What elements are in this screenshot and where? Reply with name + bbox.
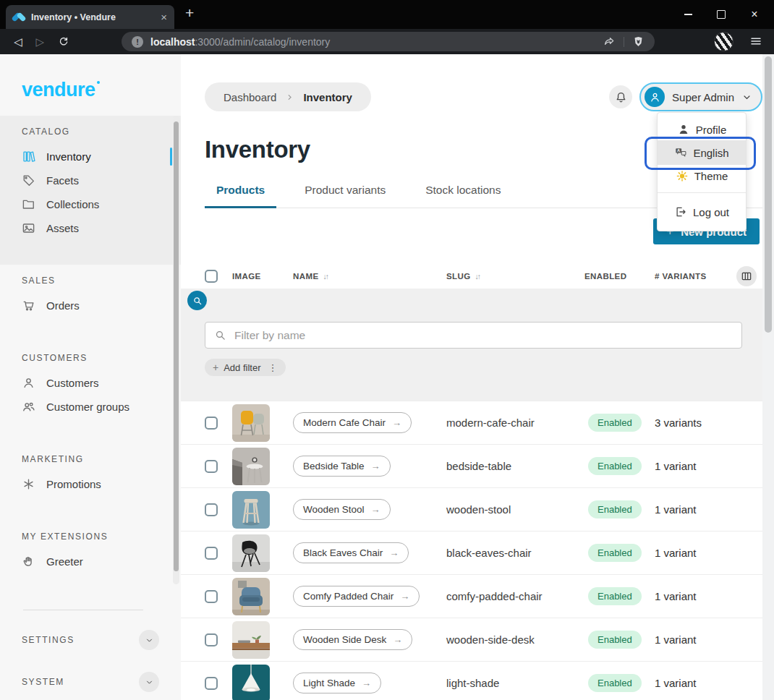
window-minimize-button[interactable] [671, 0, 705, 29]
nav-group-customers: CUSTOMERSCustomersCustomer groups [0, 342, 181, 443]
table-row[interactable]: Light Shade→light-shadeEnabled1 variant [181, 661, 774, 700]
product-name: Black Eaves Chair [303, 547, 383, 558]
page-scrollbar-thumb[interactable] [765, 56, 772, 333]
sidebar-item-promotions[interactable]: Promotions [0, 472, 181, 496]
column-header-slug[interactable]: SLUG↓↑ [446, 272, 584, 281]
expand-button[interactable] [139, 630, 159, 650]
nav-group-sales: SALESOrders [0, 265, 181, 342]
vendure-logo[interactable]: vendure [0, 54, 181, 101]
row-checkbox[interactable] [205, 633, 218, 646]
row-checkbox[interactable] [205, 547, 218, 560]
forward-button[interactable]: ▷ [36, 36, 45, 47]
product-name-link[interactable]: Comfy Padded Chair→ [293, 586, 420, 607]
product-slug: modern-cafe-chair [446, 417, 584, 429]
filter-input-wrap [205, 322, 742, 349]
sidebar-item-assets[interactable]: Assets [0, 216, 181, 240]
share-icon[interactable] [603, 35, 616, 48]
sidebar-item-customers[interactable]: Customers [0, 371, 181, 395]
sidebar-group-system[interactable]: SYSTEM [0, 670, 181, 694]
menu-item-profile[interactable]: Profile [658, 119, 746, 140]
filter-panel: + Add filter ⋮ [181, 289, 774, 401]
product-name: Light Shade [303, 678, 355, 688]
user-menu-button[interactable]: Super Admin [639, 82, 762, 111]
chevron-down-icon [145, 636, 154, 645]
row-checkbox[interactable] [205, 590, 218, 603]
notifications-button[interactable] [609, 85, 632, 108]
tab-stock-locations[interactable]: Stock locations [414, 184, 512, 208]
window-close-button[interactable]: × [738, 0, 771, 29]
row-checkbox[interactable] [205, 417, 218, 430]
filter-input[interactable] [233, 328, 733, 343]
sidebar-scrollbar[interactable] [173, 116, 179, 584]
site-info-icon[interactable]: ! [132, 36, 143, 48]
table-row[interactable]: Bedside Table→bedside-tableEnabled1 vari… [181, 444, 774, 487]
browser-tab[interactable]: Inventory • Vendure × [6, 5, 174, 29]
nav-group-label: SALES [0, 272, 181, 289]
product-name: Comfy Padded Chair [303, 591, 394, 602]
sidebar-item-collections[interactable]: Collections [0, 192, 181, 216]
tab-products[interactable]: Products [205, 184, 276, 208]
page-scrollbar[interactable] [762, 54, 774, 700]
menu-item-english[interactable]: AEnglish [658, 140, 746, 165]
tab-product-variants[interactable]: Product variants [293, 184, 397, 208]
url-text: localhost:3000/admin/catalog/inventory [150, 36, 330, 48]
status-badge: Enabled [588, 414, 642, 432]
toolbar-divider [624, 37, 624, 47]
browser-profile-avatar[interactable] [714, 32, 733, 51]
new-tab-button[interactable]: + [185, 4, 194, 22]
product-name-link[interactable]: Wooden Stool→ [293, 499, 391, 520]
sidebar-item-orders[interactable]: Orders [0, 294, 181, 317]
product-name-link[interactable]: Bedside Table→ [293, 456, 391, 477]
sidebar-item-label: Orders [46, 299, 80, 312]
product-slug: wooden-side-desk [446, 633, 584, 646]
table-row[interactable]: Black Eaves Chair→black-eaves-chairEnabl… [181, 531, 774, 574]
product-thumbnail [232, 448, 293, 485]
sidebar-item-greeter[interactable]: Greeter [0, 550, 181, 573]
product-name: Modern Cafe Chair [303, 417, 386, 428]
back-button[interactable]: ◁ [14, 36, 22, 47]
nav-group-label: MARKETING [0, 451, 181, 468]
product-name-link[interactable]: Black Eaves Chair→ [293, 542, 409, 563]
sort-icon[interactable]: ↓↑ [323, 272, 328, 281]
add-filter-button[interactable]: + Add filter ⋮ [205, 359, 286, 376]
menu-item-log-out[interactable]: Log out [658, 199, 746, 225]
breadcrumb-dashboard[interactable]: Dashboard [224, 91, 276, 103]
sidebar-item-inventory[interactable]: Inventory [0, 145, 181, 168]
table-row[interactable]: Wooden Side Desk→wooden-side-deskEnabled… [181, 618, 774, 661]
status-badge: Enabled [588, 674, 642, 692]
product-thumbnail [232, 404, 293, 442]
search-button[interactable] [187, 291, 207, 310]
window-maximize-button[interactable] [705, 0, 738, 29]
browser-menu-icon[interactable] [749, 35, 762, 48]
sort-icon[interactable]: ↓↑ [475, 272, 480, 281]
tab-close-icon[interactable]: × [161, 11, 167, 23]
brave-shield-icon[interactable] [632, 35, 645, 48]
row-checkbox[interactable] [205, 677, 218, 690]
product-slug: bedside-table [446, 460, 584, 472]
product-name-link[interactable]: Wooden Side Desk→ [293, 629, 412, 650]
arrow-right-icon: → [393, 634, 402, 645]
sidebar-item-customer-groups[interactable]: Customer groups [0, 395, 181, 419]
product-name-link[interactable]: Modern Cafe Chair→ [293, 412, 412, 433]
select-all-checkbox[interactable] [205, 270, 218, 283]
language-icon: A [674, 146, 687, 159]
column-header-name[interactable]: NAME↓↑ [293, 272, 446, 281]
expand-button[interactable] [139, 672, 159, 692]
row-checkbox[interactable] [205, 460, 218, 473]
kebab-menu-icon[interactable]: ⋮ [268, 362, 278, 373]
product-name-link[interactable]: Light Shade→ [293, 673, 381, 693]
url-bar[interactable]: ! localhost:3000/admin/catalog/inventory [122, 32, 655, 51]
table-row[interactable]: Comfy Padded Chair→comfy-padded-chairEna… [181, 574, 774, 618]
sidebar-scrollbar-thumb[interactable] [174, 121, 179, 571]
table-row[interactable]: Wooden Stool→wooden-stoolEnabled1 varian… [181, 487, 774, 531]
sidebar-group-settings[interactable]: SETTINGS [0, 628, 181, 652]
breadcrumb-inventory[interactable]: Inventory [303, 91, 352, 103]
column-settings-button[interactable] [736, 266, 757, 286]
reload-button[interactable] [58, 36, 69, 48]
user-dropdown-menu: ProfileAEnglishThemeLog out [657, 112, 747, 231]
sidebar-item-facets[interactable]: Facets [0, 168, 181, 192]
menu-item-theme[interactable]: Theme [658, 165, 746, 187]
row-checkbox[interactable] [205, 503, 218, 516]
user-avatar-icon [645, 87, 665, 107]
table-row[interactable]: Modern Cafe Chair→modern-cafe-chairEnabl… [181, 401, 774, 444]
